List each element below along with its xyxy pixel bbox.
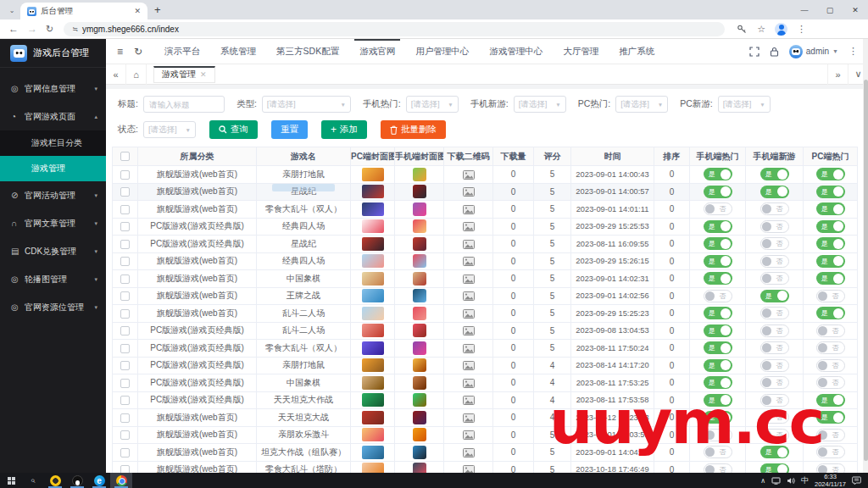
collapse-menu-icon[interactable]: ≡	[117, 46, 123, 58]
toggle-on[interactable]: 是	[704, 255, 732, 268]
qr-image-placeholder-icon[interactable]	[463, 430, 475, 439]
row-checkbox[interactable]	[120, 344, 130, 353]
title-filter[interactable]	[143, 96, 225, 113]
pc-cover-thumbnail[interactable]	[362, 324, 384, 337]
start-button[interactable]	[0, 473, 22, 488]
pc-cover-thumbnail[interactable]	[362, 463, 384, 473]
select-all-checkbox[interactable]	[120, 152, 130, 161]
sidebar-item-site-info-management[interactable]: ◎官网信息管理▾	[0, 75, 106, 103]
mobile-cover-thumbnail[interactable]	[413, 289, 426, 302]
mobile-cover-thumbnail[interactable]	[413, 341, 426, 355]
mobile-cover-thumbnail[interactable]	[413, 272, 426, 286]
taskbar-app-chrome[interactable]	[110, 473, 132, 488]
mobile-cover-thumbnail[interactable]	[413, 376, 426, 390]
taskbar-clock[interactable]: 6:33 2024/11/17	[815, 473, 846, 488]
toggle-off[interactable]: 否	[760, 324, 789, 337]
toggle-on[interactable]: 是	[816, 237, 845, 250]
mobile-cover-thumbnail[interactable]	[413, 254, 426, 268]
taskbar-app-edge[interactable]: e	[88, 473, 110, 488]
toggle-on[interactable]: 是	[816, 186, 845, 198]
nav-item-推广系统[interactable]: 推广系统	[609, 39, 665, 64]
forward-icon[interactable]: →	[27, 23, 37, 35]
row-checkbox[interactable]	[120, 326, 130, 336]
mobile-cover-thumbnail[interactable]	[413, 428, 426, 441]
qr-image-placeholder-icon[interactable]	[463, 186, 475, 196]
qr-image-placeholder-icon[interactable]	[463, 378, 475, 387]
toggle-on[interactable]: 是	[704, 186, 732, 198]
batch-delete-button[interactable]: 批量删除	[381, 120, 446, 139]
pc-cover-thumbnail[interactable]	[362, 254, 384, 268]
minimize-button[interactable]: —	[792, 0, 817, 19]
pc-cover-thumbnail[interactable]	[362, 272, 384, 286]
lock-icon[interactable]	[770, 47, 779, 57]
fullscreen-icon[interactable]	[749, 47, 760, 57]
pc-cover-thumbnail[interactable]	[362, 202, 384, 216]
mobile-cover-thumbnail[interactable]	[413, 463, 426, 473]
toggle-off[interactable]: 否	[760, 202, 789, 215]
toggle-off[interactable]: 否	[760, 237, 789, 250]
new-tab-button[interactable]: +	[154, 3, 161, 16]
toggle-off[interactable]: 否	[760, 359, 789, 372]
row-checkbox[interactable]	[120, 309, 130, 319]
toggle-on[interactable]: 是	[704, 324, 732, 337]
toggle-on[interactable]: 是	[704, 220, 732, 233]
pc-cover-thumbnail[interactable]	[362, 341, 384, 355]
mobile-cover-thumbnail[interactable]	[413, 307, 426, 320]
toggle-off[interactable]: 否	[816, 463, 845, 473]
sidebar-item-site-activity-management[interactable]: ⊘官网活动管理▾	[0, 181, 106, 209]
ime-indicator[interactable]: 中	[801, 475, 809, 486]
row-checkbox[interactable]	[120, 465, 130, 473]
page-scrollbar[interactable]	[863, 39, 868, 473]
row-checkbox[interactable]	[120, 361, 130, 370]
type-filter[interactable]: [请选择]▼	[262, 96, 351, 113]
tabs-forward-icon[interactable]: »	[827, 64, 848, 85]
mobile-hot-filter[interactable]: [请选择]▼	[406, 96, 459, 113]
tray-expand-icon[interactable]: ∧	[760, 477, 765, 485]
qr-image-placeholder-icon[interactable]	[463, 447, 475, 457]
pc-cover-thumbnail[interactable]	[362, 307, 384, 320]
qr-image-placeholder-icon[interactable]	[463, 325, 475, 335]
qr-image-placeholder-icon[interactable]	[463, 169, 475, 179]
close-button[interactable]: ✕	[843, 0, 868, 19]
maximize-button[interactable]: ▢	[817, 0, 843, 19]
toggle-on[interactable]: 是	[704, 237, 732, 250]
tab-search-chevron-icon[interactable]: ⌄	[5, 3, 19, 17]
toggle-off[interactable]: 否	[760, 272, 789, 285]
mobile-cover-thumbnail[interactable]	[413, 358, 426, 372]
submenu-item-game-management[interactable]: 游戏管理	[0, 156, 106, 181]
user-menu[interactable]: admin ▼	[789, 45, 838, 58]
sidebar-item-carousel-management[interactable]: ◎轮播图管理▾	[0, 265, 106, 293]
qr-image-placeholder-icon[interactable]	[463, 239, 475, 248]
nav-item-游戏官网[interactable]: 游戏官网	[349, 39, 405, 64]
toggle-on[interactable]: 是	[760, 186, 789, 198]
row-checkbox[interactable]	[120, 170, 130, 180]
taskbar-app-qq[interactable]	[66, 473, 88, 488]
reload-icon[interactable]: ↻	[46, 24, 53, 35]
nav-item-第三方SDK配置[interactable]: 第三方SDK配置	[266, 39, 349, 64]
toggle-on[interactable]: 是	[760, 168, 789, 180]
pc-cover-thumbnail[interactable]	[362, 393, 384, 407]
reset-button[interactable]: 重置	[271, 120, 308, 139]
pc-cover-thumbnail[interactable]	[362, 237, 384, 251]
sidebar-item-cdk-exchange-management[interactable]: ▤CDK兑换管理▾	[0, 237, 106, 265]
mobile-cover-thumbnail[interactable]	[413, 411, 426, 424]
header-more-icon[interactable]: ⋮	[849, 46, 858, 57]
row-checkbox[interactable]	[120, 240, 130, 249]
pc-cover-thumbnail[interactable]	[362, 411, 384, 424]
mobile-cover-thumbnail[interactable]	[413, 185, 426, 198]
row-checkbox[interactable]	[120, 379, 130, 388]
sidebar-item-site-resource-management[interactable]: ◎官网资源位管理▾	[0, 293, 106, 321]
refresh-icon[interactable]: ↻	[134, 46, 142, 58]
qr-image-placeholder-icon[interactable]	[463, 413, 475, 422]
toggle-on[interactable]: 是	[704, 307, 732, 319]
bookmark-star-icon[interactable]: ☆	[757, 24, 765, 35]
nav-item-系统管理[interactable]: 系统管理	[210, 39, 266, 64]
add-button[interactable]: + 添加	[321, 120, 367, 139]
toggle-on[interactable]: 是	[704, 341, 732, 354]
row-checkbox[interactable]	[120, 222, 130, 231]
pc-cover-thumbnail[interactable]	[362, 376, 384, 390]
qr-image-placeholder-icon[interactable]	[463, 256, 475, 265]
page-tab-game-management[interactable]: 游戏管理 ✕	[153, 66, 215, 83]
toggle-on[interactable]: 是	[816, 255, 845, 268]
network-icon[interactable]	[771, 477, 781, 485]
